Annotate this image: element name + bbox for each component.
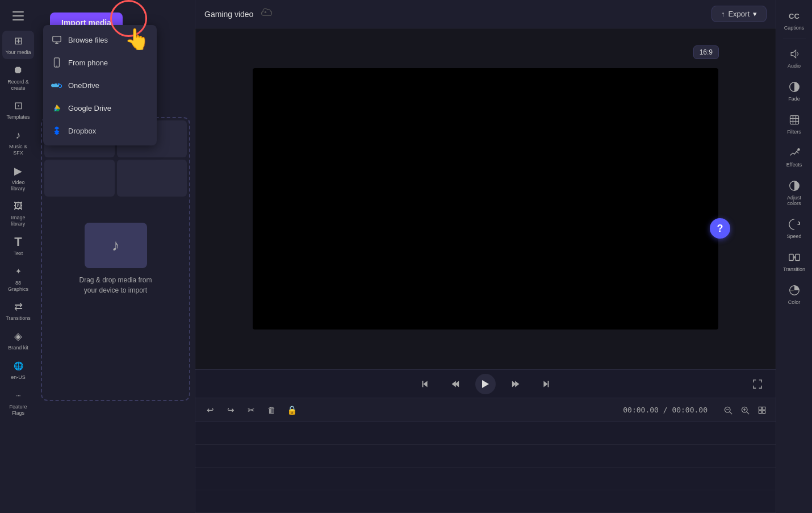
export-icon: ↑ bbox=[721, 10, 725, 18]
sidebar-item-label-music: Music & SFX bbox=[5, 144, 32, 156]
feature-flags-icon: ··· bbox=[11, 389, 25, 402]
main-content: Gaming video ↑ Export ▾ 16:9 ? bbox=[195, 0, 776, 513]
sidebar-item-label-image: Image library bbox=[5, 215, 32, 227]
sidebar-item-text[interactable]: T Text bbox=[2, 232, 34, 260]
sidebar-item-record[interactable]: ⏺ Record &create bbox=[2, 60, 34, 95]
sidebar-item-graphics[interactable]: ✦ 88 Graphics bbox=[2, 261, 34, 296]
svg-rect-37 bbox=[795, 255, 799, 261]
sidebar-item-label-text: Text bbox=[14, 251, 23, 257]
zoom-out-button[interactable] bbox=[721, 403, 735, 417]
svg-rect-23 bbox=[763, 407, 765, 410]
left-sidebar: ⊞ Your media ⏺ Record &create ⊡ Template… bbox=[0, 0, 36, 513]
redo-button[interactable]: ↪ bbox=[223, 402, 238, 418]
right-sidebar-item-speed[interactable]: Speed bbox=[778, 213, 810, 244]
delete-button[interactable]: 🗑 bbox=[263, 402, 279, 418]
browse-files-item[interactable]: Browse files bbox=[43, 28, 157, 51]
sidebar-item-video-library[interactable]: ▶ Video library bbox=[2, 161, 34, 195]
speed-icon bbox=[788, 218, 801, 231]
export-chevron-icon: ▾ bbox=[753, 10, 757, 18]
cut-button[interactable]: ✂ bbox=[243, 402, 259, 418]
sidebar-item-label-en-us: en-US bbox=[11, 374, 26, 381]
svg-marker-12 bbox=[515, 381, 519, 387]
sidebar-item-label-record: Record &create bbox=[7, 79, 29, 91]
browse-files-label: Browse files bbox=[68, 36, 108, 44]
menu-button[interactable] bbox=[7, 5, 30, 27]
right-sidebar-label-captions: Captions bbox=[784, 25, 805, 31]
export-label: Export bbox=[728, 10, 750, 18]
your-media-icon: ⊞ bbox=[11, 34, 25, 48]
brand-kit-icon: ◈ bbox=[11, 330, 25, 343]
svg-point-33 bbox=[797, 149, 799, 151]
from-phone-item[interactable]: From phone bbox=[43, 51, 157, 74]
audio-icon bbox=[788, 47, 801, 61]
right-sidebar-item-adjust-colors[interactable]: Adjustcolors bbox=[778, 174, 810, 211]
text-icon: T bbox=[11, 235, 25, 249]
sidebar-item-music-sfx[interactable]: ♪ Music & SFX bbox=[2, 125, 34, 160]
svg-rect-24 bbox=[759, 410, 761, 413]
sidebar-item-transitions[interactable]: ⇄ Transitions bbox=[2, 297, 34, 325]
captions-icon: CC bbox=[788, 9, 801, 23]
rewind-button[interactable] bbox=[446, 375, 464, 393]
zoom-in-button[interactable] bbox=[738, 403, 752, 417]
image-library-icon: 🖼 bbox=[11, 199, 25, 213]
sidebar-item-image-library[interactable]: 🖼 Image library bbox=[2, 196, 34, 231]
sidebar-item-templates[interactable]: ⊡ Templates bbox=[2, 95, 34, 124]
play-button[interactable] bbox=[475, 374, 496, 394]
dropbox-item[interactable]: Dropbox bbox=[43, 119, 157, 142]
music-icon: ♪ bbox=[11, 128, 25, 142]
project-title: Gaming video bbox=[204, 10, 253, 19]
fit-zoom-button[interactable] bbox=[755, 403, 769, 417]
sidebar-item-label-your-media: Your media bbox=[5, 49, 31, 56]
time-display: 00:00.00 / 00:00.00 bbox=[623, 406, 708, 414]
playback-controls bbox=[195, 369, 776, 398]
right-sidebar-item-color[interactable]: Color bbox=[778, 279, 810, 310]
filters-icon bbox=[788, 113, 801, 127]
right-sidebar-item-effects[interactable]: Effects bbox=[778, 141, 810, 172]
right-sidebar-item-audio[interactable]: Audio bbox=[778, 43, 810, 73]
sidebar-item-brand-kit[interactable]: ◈ Brand kit bbox=[2, 326, 34, 354]
lock-button[interactable]: 🔒 bbox=[284, 402, 300, 418]
media-panel: Import media Browse files From pho bbox=[36, 0, 195, 513]
fullscreen-button[interactable] bbox=[748, 375, 767, 393]
svg-rect-25 bbox=[763, 410, 765, 413]
drag-drop-area[interactable]: ♪ Drag & drop media from your device to … bbox=[41, 117, 190, 401]
sidebar-item-en-us[interactable]: 🌐 en-US bbox=[2, 356, 34, 384]
record-icon: ⏺ bbox=[11, 64, 25, 77]
onedrive-icon bbox=[51, 80, 62, 91]
from-phone-label: From phone bbox=[68, 59, 108, 67]
svg-rect-14 bbox=[548, 381, 549, 387]
sidebar-item-label-templates: Templates bbox=[6, 114, 30, 120]
right-sidebar-label-adjust-colors: Adjustcolors bbox=[787, 195, 801, 206]
onedrive-item[interactable]: OneDrive bbox=[43, 74, 157, 97]
dropbox-label: Dropbox bbox=[68, 127, 96, 135]
import-dropdown-menu: Browse files From phone OneDrive bbox=[43, 25, 157, 145]
skip-to-end-button[interactable] bbox=[537, 375, 555, 393]
right-sidebar-item-transition[interactable]: Transition bbox=[778, 246, 810, 277]
right-sidebar-label-effects: Effects bbox=[786, 162, 802, 168]
templates-icon: ⊡ bbox=[11, 99, 25, 112]
timeline-row-4 bbox=[195, 490, 776, 513]
zoom-controls bbox=[721, 403, 769, 417]
right-sidebar-divider-1 bbox=[783, 39, 806, 39]
graphics-icon: ✦ bbox=[11, 265, 25, 278]
aspect-ratio-badge: 16:9 bbox=[693, 45, 719, 59]
sidebar-item-feature-flags[interactable]: ··· Feature Flags bbox=[2, 385, 34, 420]
svg-marker-26 bbox=[791, 50, 796, 57]
skip-to-start-button[interactable] bbox=[416, 375, 434, 393]
svg-line-19 bbox=[747, 412, 749, 414]
help-button[interactable]: ? bbox=[710, 218, 730, 239]
undo-button[interactable]: ↩ bbox=[202, 402, 218, 418]
right-sidebar-item-filters[interactable]: Filters bbox=[778, 109, 810, 139]
google-drive-icon bbox=[51, 102, 62, 114]
sidebar-item-your-media[interactable]: ⊞ Your media bbox=[2, 31, 34, 59]
right-sidebar-item-captions[interactable]: CC Captions bbox=[778, 5, 810, 35]
svg-rect-0 bbox=[53, 36, 61, 42]
svg-marker-13 bbox=[543, 381, 547, 387]
forward-button[interactable] bbox=[507, 375, 525, 393]
preview-area: 16:9 ? bbox=[195, 28, 776, 369]
svg-marker-10 bbox=[482, 380, 489, 388]
export-button[interactable]: ↑ Export ▾ bbox=[711, 6, 767, 22]
google-drive-item[interactable]: Google Drive bbox=[43, 97, 157, 119]
right-sidebar-item-fade[interactable]: Fade bbox=[778, 76, 810, 106]
svg-rect-22 bbox=[759, 407, 761, 410]
